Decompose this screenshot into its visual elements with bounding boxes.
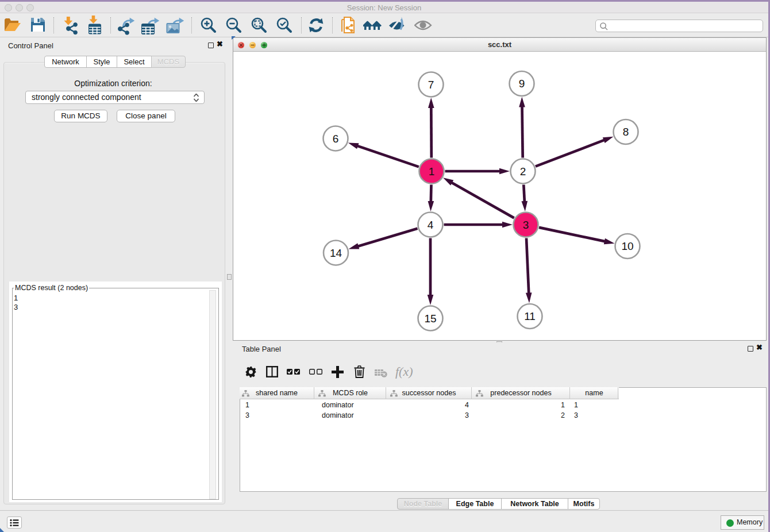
svg-text:14: 14: [330, 247, 342, 259]
svg-text:7: 7: [428, 79, 434, 91]
svg-text:3: 3: [523, 219, 529, 231]
svg-text:9: 9: [519, 78, 525, 90]
svg-text:15: 15: [424, 313, 436, 325]
svg-text:2: 2: [520, 165, 526, 178]
svg-text:4: 4: [428, 219, 434, 231]
svg-text:8: 8: [623, 126, 629, 138]
svg-text:6: 6: [333, 133, 339, 145]
svg-text:1: 1: [429, 165, 435, 178]
svg-text:11: 11: [524, 310, 536, 322]
svg-text:10: 10: [621, 240, 633, 252]
